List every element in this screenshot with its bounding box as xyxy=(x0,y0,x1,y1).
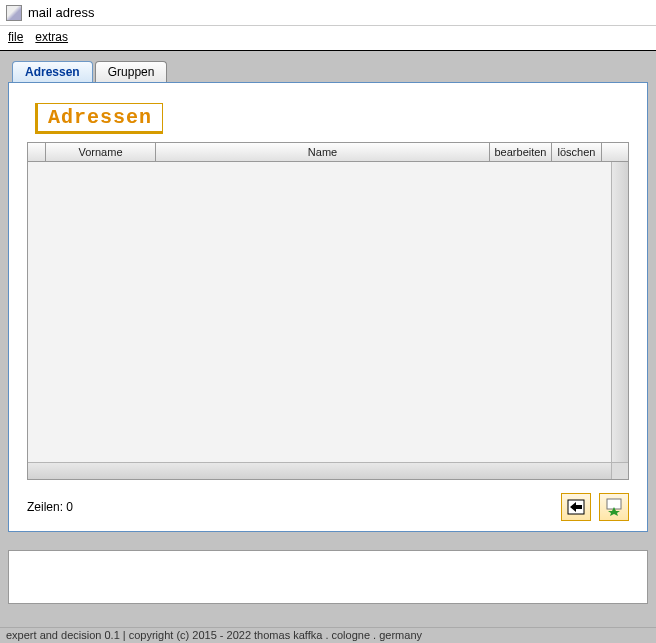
star-add-icon xyxy=(605,498,623,516)
tab-groups[interactable]: Gruppen xyxy=(95,61,168,82)
table-header-row: Vorname Name bearbeiten löschen xyxy=(28,143,628,162)
arrow-left-icon xyxy=(567,499,585,515)
app-icon xyxy=(6,5,22,21)
section-title: Adressen xyxy=(48,106,152,129)
scroll-corner xyxy=(611,462,628,479)
title-bar: mail adress xyxy=(0,0,656,26)
tab-strip: Adressen Gruppen xyxy=(8,61,648,82)
vertical-scrollbar[interactable] xyxy=(611,162,628,462)
table-body-empty xyxy=(28,162,611,462)
status-bar: expert and decision 0.1 | copyright (c) … xyxy=(0,627,656,643)
panel-footer: Zeilen: 0 xyxy=(27,493,629,521)
addresses-panel: Adressen Vorname Name bearbeiten löschen… xyxy=(8,82,648,532)
row-count-label: Zeilen: 0 xyxy=(27,500,73,514)
address-table: Vorname Name bearbeiten löschen xyxy=(27,142,629,480)
detail-area xyxy=(8,550,648,604)
menu-file[interactable]: file xyxy=(8,30,23,44)
add-button[interactable] xyxy=(599,493,629,521)
window-title: mail adress xyxy=(28,5,94,20)
col-header-blank[interactable] xyxy=(28,143,46,161)
col-header-tail xyxy=(602,143,628,161)
horizontal-scrollbar[interactable] xyxy=(28,462,611,479)
tab-addresses[interactable]: Adressen xyxy=(12,61,93,82)
menu-bar: file extras xyxy=(0,26,656,51)
import-button[interactable] xyxy=(561,493,591,521)
col-header-loeschen[interactable]: löschen xyxy=(552,143,602,161)
menu-extras[interactable]: extras xyxy=(35,30,68,44)
col-header-vorname[interactable]: Vorname xyxy=(46,143,156,161)
col-header-bearbeiten[interactable]: bearbeiten xyxy=(490,143,552,161)
action-buttons xyxy=(561,493,629,521)
section-title-frame: Adressen xyxy=(27,101,171,136)
content-area: Adressen Gruppen Adressen Vorname Name b… xyxy=(0,51,656,643)
col-header-name[interactable]: Name xyxy=(156,143,490,161)
